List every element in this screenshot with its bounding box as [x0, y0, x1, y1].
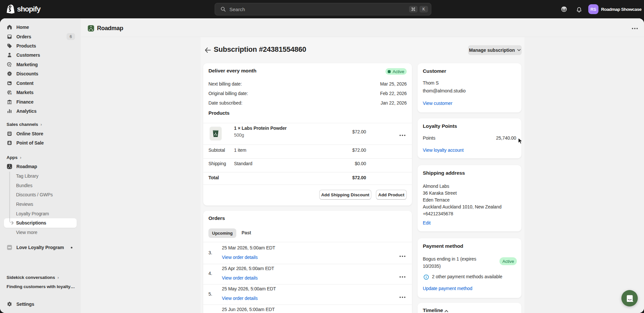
svg-text:$: $: [10, 92, 12, 95]
